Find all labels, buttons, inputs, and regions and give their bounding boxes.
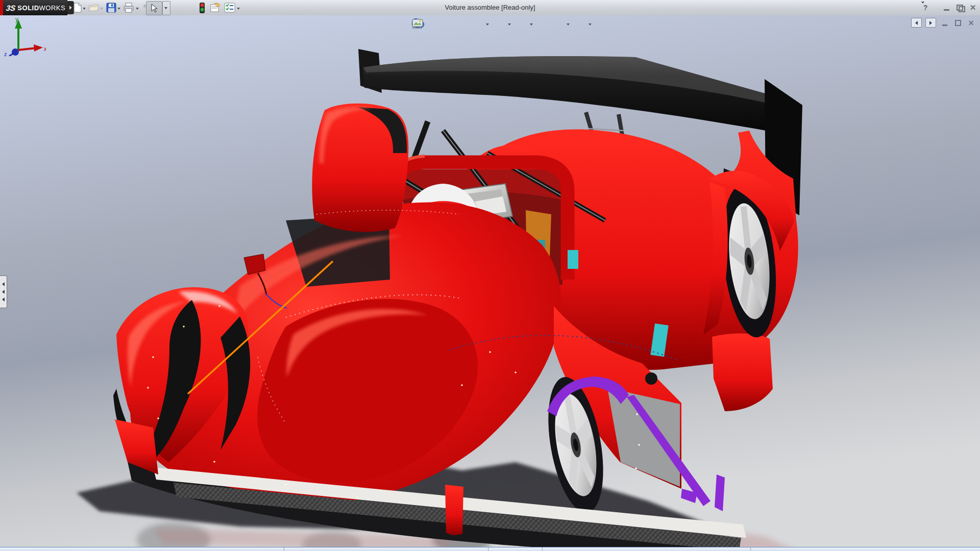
save-button[interactable] [105, 2, 117, 13]
apply-scene-button[interactable] [551, 18, 564, 31]
teal-hoop-bracket [568, 250, 578, 269]
help-dropdown[interactable] [934, 3, 938, 12]
doc-restore-button[interactable] [953, 18, 963, 27]
hide-show-items-button[interactable] [514, 18, 527, 31]
note-hand-icon [210, 3, 221, 13]
3d-model-canvas[interactable] [0, 15, 980, 547]
checklist-icon [224, 3, 235, 13]
view-settings-button[interactable] [573, 18, 585, 31]
select-cursor-icon [151, 4, 158, 13]
zoom-to-area-button[interactable] [426, 18, 438, 31]
pane-left-button[interactable] [911, 18, 922, 28]
pane-right-icon [929, 21, 932, 25]
select-tool-button[interactable] [146, 1, 162, 15]
feature-manager-collapsed-tab[interactable] [0, 276, 7, 308]
display-style-button[interactable] [493, 18, 505, 31]
pane-right-button[interactable] [925, 18, 936, 28]
select-tool-dropdown[interactable] [162, 1, 170, 15]
open-dropdown[interactable] [99, 6, 104, 11]
new-document-icon [73, 3, 82, 13]
section-view-button[interactable] [456, 18, 468, 31]
collapse-arrow-icon [2, 282, 5, 286]
hide-show-items-dropdown[interactable] [529, 18, 534, 31]
view-settings-icon [411, 18, 424, 29]
open-button[interactable] [88, 2, 100, 13]
traffic-light-icon [199, 3, 205, 13]
triad-x-label: x [44, 45, 46, 53]
new-document-dropdown[interactable] [82, 6, 87, 11]
fuel-port [645, 372, 657, 385]
solidworks-logo: 3S SOLIDWORKS [0, 0, 67, 15]
rebuild-button[interactable] [196, 2, 208, 13]
reference-triad: y x z [0, 15, 46, 56]
collapse-arrow-icon [2, 297, 5, 302]
solidworks-logo-text: SOLIDWORKS [17, 4, 65, 12]
view-settings-dropdown[interactable] [588, 18, 593, 31]
options-checklist-dropdown[interactable] [236, 6, 241, 11]
doc-restore-icon [955, 20, 961, 26]
collapse-arrow-icon [2, 290, 5, 294]
save-dropdown[interactable] [116, 6, 121, 11]
logo-red-strip [0, 0, 3, 15]
triad-z-label: z [4, 51, 7, 56]
view-orientation-dropdown[interactable] [485, 18, 490, 31]
close-button[interactable]: ✕ [968, 3, 978, 12]
edit-appearance-button[interactable] [536, 18, 549, 31]
options-checklist-button[interactable] [224, 2, 236, 13]
print-icon [123, 3, 134, 13]
graphics-area[interactable]: ✕ y x z *Dimetric [0, 15, 980, 547]
open-icon [88, 3, 100, 13]
document-window-controls: ✕ [911, 18, 976, 28]
restore-button[interactable] [954, 3, 965, 12]
titlebar: 3S SOLIDWORKS Voiture assomblee [Read-on… [0, 0, 980, 16]
heads-up-view-toolbar [411, 18, 593, 31]
solidworks-logo-mark: 3S [6, 4, 16, 12]
print-button[interactable] [122, 2, 135, 13]
help-button[interactable]: ? [920, 3, 930, 12]
display-style-dropdown[interactable] [507, 18, 512, 31]
previous-view-button[interactable] [441, 18, 453, 31]
view-orientation-button[interactable] [471, 18, 483, 31]
apply-scene-dropdown[interactable] [566, 18, 571, 31]
print-dropdown[interactable] [135, 6, 140, 11]
save-icon [106, 3, 116, 13]
edit-appearance-note-button[interactable] [209, 2, 222, 13]
minimize-button[interactable] [941, 3, 951, 12]
pane-left-icon [915, 21, 918, 25]
doc-minimize-button[interactable] [940, 18, 949, 27]
status-bar [0, 547, 980, 551]
doc-close-button[interactable]: ✕ [966, 18, 976, 27]
